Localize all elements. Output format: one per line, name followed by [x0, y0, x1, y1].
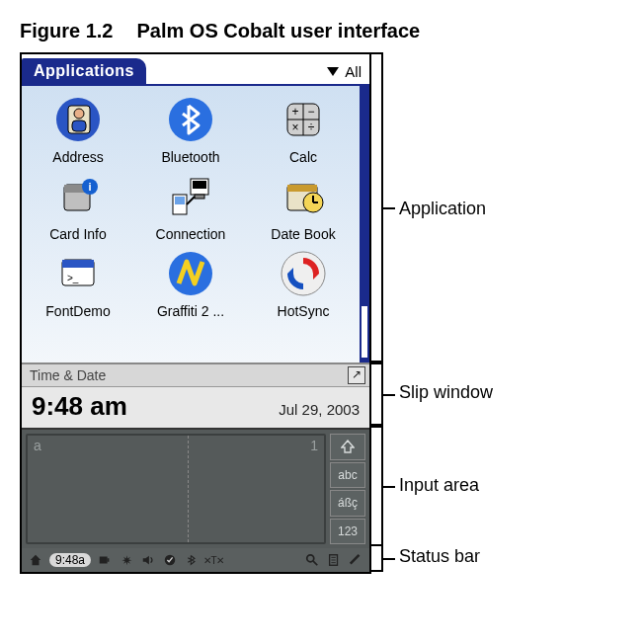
svg-rect-17 — [193, 181, 206, 189]
bluetooth-small-icon[interactable] — [184, 552, 200, 568]
home-icon[interactable] — [28, 552, 43, 568]
svg-rect-35 — [108, 558, 110, 562]
svg-text:×: × — [291, 121, 298, 134]
brightness-icon[interactable]: ✷ — [119, 552, 134, 568]
clipboard-icon[interactable] — [326, 552, 342, 568]
svg-rect-28 — [62, 260, 94, 268]
shift-mode-button[interactable] — [330, 434, 365, 460]
num-mode-button[interactable]: 123 — [330, 519, 365, 545]
intl-mode-button[interactable]: áßç — [330, 490, 365, 517]
sound-icon[interactable] — [140, 552, 156, 568]
app-bluetooth[interactable]: Bluetooth — [134, 94, 247, 165]
input-mode-column: abc áßç 123 — [330, 430, 369, 548]
address-icon — [52, 94, 104, 145]
application-grid: Address Bluetooth — [22, 94, 360, 319]
calc-icon: + − × ÷ — [278, 94, 329, 145]
callouts: Application Slip window Input area Statu… — [371, 52, 569, 574]
svg-rect-18 — [195, 195, 204, 199]
svg-text:÷: ÷ — [308, 121, 315, 134]
device-screen: Applications All — [20, 52, 371, 574]
callout-slip: Slip window — [399, 382, 493, 403]
hotsync-icon — [278, 248, 329, 299]
svg-text:+: + — [291, 105, 298, 119]
pen-icon[interactable] — [348, 552, 363, 568]
svg-line-21 — [187, 197, 195, 204]
abc-mode-button[interactable]: abc — [330, 462, 365, 489]
app-calc[interactable]: + − × ÷ Calc — [247, 94, 360, 165]
graffiti-num-hint: 1 — [310, 438, 318, 453]
battery-icon[interactable] — [97, 552, 113, 568]
status-bar: 9:48a ✷ ✕T✕ — [22, 548, 369, 572]
svg-rect-23 — [287, 185, 317, 192]
app-connection[interactable]: Connection — [134, 171, 247, 242]
callout-status: Status bar — [399, 546, 480, 567]
figure-caption: Figure 1.2Palm OS Cobalt user interface — [20, 20, 624, 42]
app-cardinfo[interactable]: i Card Info — [22, 171, 134, 242]
slip-window: Time & Date ↗ 9:48 am Jul 29, 2003 — [22, 362, 369, 428]
svg-point-37 — [307, 555, 314, 562]
bluetooth-icon — [165, 94, 216, 145]
svg-rect-34 — [100, 557, 108, 564]
scrollbar[interactable] — [360, 86, 369, 362]
app-datebook[interactable]: Date Book — [247, 171, 360, 242]
slip-title: Time & Date — [30, 367, 106, 383]
svg-rect-20 — [175, 197, 185, 204]
graffiti2-icon — [165, 248, 216, 299]
category-label: All — [345, 63, 362, 80]
magnify-icon[interactable] — [304, 552, 320, 568]
svg-text:i: i — [88, 181, 91, 193]
connection-icon — [165, 171, 216, 222]
app-hotsync[interactable]: HotSync — [247, 248, 360, 319]
svg-rect-3 — [72, 121, 86, 131]
app-graffiti2[interactable]: Graffiti 2 ... — [134, 248, 247, 319]
category-selector[interactable]: All — [327, 63, 369, 84]
callout-input: Input area — [399, 475, 479, 496]
xtx-icon[interactable]: ✕T✕ — [205, 552, 221, 568]
top-bar: Applications All — [22, 54, 369, 86]
status-time[interactable]: 9:48a — [49, 553, 91, 567]
app-fontdemo[interactable]: >_ FontDemo — [22, 248, 134, 319]
cardinfo-icon: i — [52, 171, 104, 222]
slip-titlebar[interactable]: Time & Date ↗ — [22, 364, 369, 387]
svg-point-2 — [74, 109, 84, 119]
graffiti-alpha-hint: a — [34, 438, 41, 453]
slip-date: Jul 29, 2003 — [279, 401, 360, 418]
app-address[interactable]: Address — [22, 94, 134, 165]
callout-application: Application — [399, 199, 486, 219]
svg-text:−: − — [307, 105, 314, 119]
dropdown-triangle-icon — [327, 67, 339, 76]
datebook-icon — [278, 171, 329, 222]
svg-line-38 — [313, 561, 317, 565]
application-area: Address Bluetooth — [22, 86, 369, 362]
applications-tab[interactable]: Applications — [22, 58, 146, 84]
popout-icon[interactable]: ↗ — [348, 366, 365, 384]
slip-time: 9:48 am — [32, 391, 127, 422]
svg-text:>_: >_ — [67, 273, 79, 283]
input-area: a 1 abc áßç 123 — [22, 428, 369, 548]
check-icon[interactable] — [162, 552, 178, 568]
fontdemo-icon: >_ — [52, 248, 104, 299]
graffiti-area[interactable]: a 1 — [26, 434, 326, 544]
